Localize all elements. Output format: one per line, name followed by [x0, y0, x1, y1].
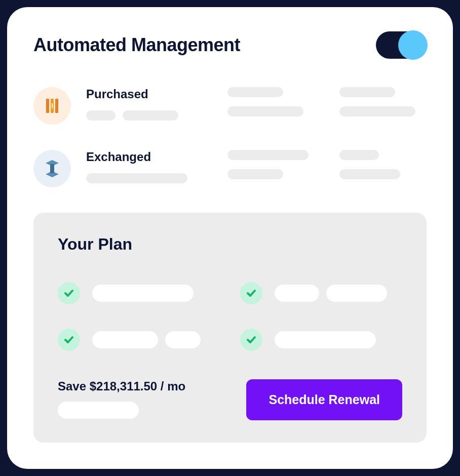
plan-feature [58, 282, 220, 304]
purchased-row: Purchased [33, 87, 427, 125]
skeleton-placeholder [227, 87, 283, 97]
check-icon [58, 282, 80, 304]
purchased-label: Purchased [86, 87, 202, 101]
skeleton-placeholder [275, 285, 319, 302]
page-title: Automated Management [33, 34, 240, 56]
svg-rect-2 [55, 99, 58, 113]
plan-feature [240, 282, 402, 304]
savings-block: Save $218,311.50 / mo [58, 379, 185, 419]
skeleton-placeholder [92, 285, 194, 302]
check-icon [240, 282, 262, 304]
skeleton-placeholder [227, 169, 283, 179]
skeleton-placeholder [339, 87, 395, 97]
skeleton-placeholder [227, 106, 303, 116]
management-card: Automated Management Purchased [7, 7, 453, 469]
exchanged-row: Exchanged [33, 150, 427, 187]
skeleton-placeholder [92, 331, 158, 348]
toggle-knob [398, 30, 428, 60]
skeleton-placeholder [227, 150, 309, 160]
check-icon [58, 329, 80, 351]
skeleton-placeholder [339, 169, 400, 179]
savings-amount: Save $218,311.50 / mo [58, 379, 185, 393]
aws-ec2-icon [33, 87, 71, 125]
plan-title: Your Plan [58, 235, 402, 254]
skeleton-placeholder [86, 110, 116, 121]
svg-rect-4 [50, 164, 54, 173]
automation-toggle[interactable] [376, 31, 427, 59]
aws-service-icon [33, 150, 71, 187]
plan-feature [58, 329, 220, 351]
skeleton-placeholder [339, 150, 379, 160]
plan-footer: Save $218,311.50 / mo Schedule Renewal [58, 379, 402, 420]
skeleton-placeholder [86, 173, 187, 183]
skeleton-placeholder [123, 110, 178, 121]
skeleton-placeholder [58, 402, 139, 419]
plan-section: Your Plan [33, 213, 427, 443]
exchanged-content: Exchanged [86, 150, 427, 183]
skeleton-placeholder [275, 331, 376, 348]
purchased-content: Purchased [86, 87, 427, 121]
skeleton-placeholder [165, 331, 201, 348]
svg-rect-0 [46, 99, 49, 113]
card-header: Automated Management [33, 31, 427, 59]
svg-rect-3 [52, 103, 53, 108]
skeleton-placeholder [339, 106, 415, 116]
exchanged-label: Exchanged [86, 150, 202, 164]
check-icon [240, 329, 262, 351]
plan-features [58, 282, 402, 351]
plan-feature [240, 329, 402, 351]
schedule-renewal-button[interactable]: Schedule Renewal [246, 379, 402, 420]
skeleton-placeholder [326, 285, 387, 302]
